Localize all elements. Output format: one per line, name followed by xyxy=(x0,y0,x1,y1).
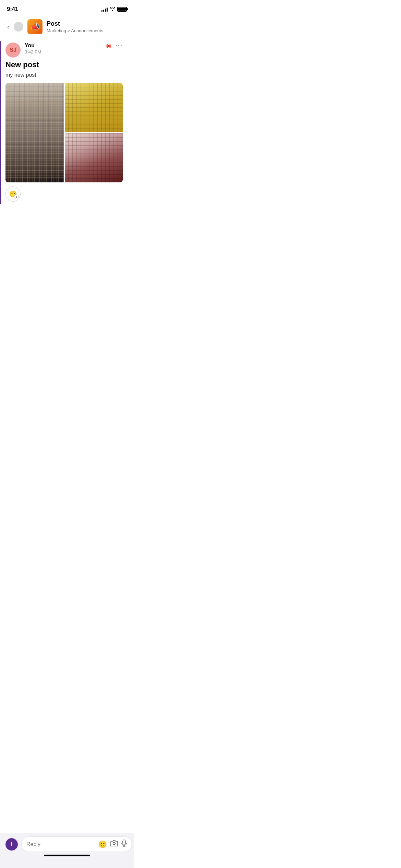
nav-title: Post xyxy=(47,20,128,28)
image-3[interactable] xyxy=(65,133,123,182)
channel-emoji: 📣 xyxy=(31,22,40,31)
message-content: New post my new post xyxy=(0,60,128,182)
post-body: my new post xyxy=(5,72,123,78)
message-container: SJ You 3:42 PM 📌 ··· New post my new pos… xyxy=(0,38,134,207)
signal-icon xyxy=(101,7,108,12)
wifi-icon xyxy=(110,7,115,12)
status-icons xyxy=(101,7,127,12)
image-2[interactable] xyxy=(65,83,123,132)
author-avatar: SJ xyxy=(5,43,21,58)
add-reaction-button[interactable]: 😶 + xyxy=(5,186,21,202)
author-name: You xyxy=(25,43,41,49)
image-1[interactable] xyxy=(5,83,64,182)
battery-icon xyxy=(117,7,127,12)
message-author-row: SJ You 3:42 PM xyxy=(5,43,41,58)
author-info: You 3:42 PM xyxy=(25,43,41,55)
more-options-icon[interactable]: ··· xyxy=(116,43,123,50)
nav-title-section: Post Marketing > Announcements xyxy=(47,20,128,33)
pin-icon[interactable]: 📌 xyxy=(103,41,113,51)
channel-icon: 📣 xyxy=(27,19,42,34)
post-title: New post xyxy=(5,60,123,69)
message-accent-bar xyxy=(0,41,1,204)
status-time: 9:41 xyxy=(7,6,18,13)
author-time: 3:42 PM xyxy=(25,49,41,55)
reaction-plus-icon: + xyxy=(14,194,19,199)
image-grid xyxy=(5,83,123,182)
back-button[interactable]: ‹ xyxy=(4,22,23,32)
back-chevron-icon: ‹ xyxy=(4,23,12,31)
nav-header: ‹ 📣 Post Marketing > Announcements xyxy=(0,16,134,38)
message-header: SJ You 3:42 PM 📌 ··· xyxy=(0,41,128,60)
message-actions: 📌 ··· xyxy=(105,43,123,50)
nav-subtitle: Marketing > Announcements xyxy=(47,28,128,33)
status-bar: 9:41 xyxy=(0,0,134,16)
back-avatar xyxy=(14,22,23,32)
author-initials: SJ xyxy=(10,47,16,53)
